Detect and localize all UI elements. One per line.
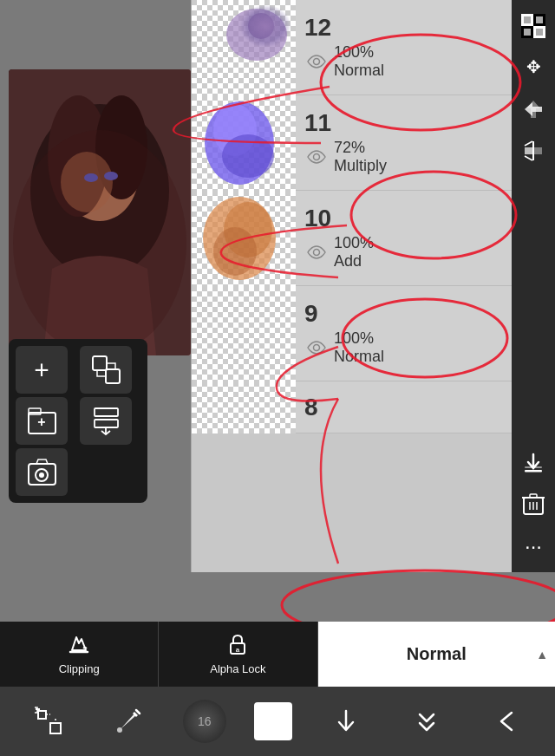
svg-point-25 — [314, 153, 320, 160]
tools-panel: + + — [9, 339, 147, 503]
layer-controls-row: 100% Add — [304, 234, 503, 270]
svg-point-33 — [213, 227, 257, 276]
svg-rect-39 — [192, 286, 296, 381]
flatten-btn[interactable] — [516, 446, 551, 480]
blend-mode-arrow: ▲ — [536, 648, 548, 662]
layer-controls-row: 100% Normal — [304, 329, 503, 366]
svg-rect-58 — [530, 494, 537, 498]
layer-item[interactable]: 10 100% Add — [192, 191, 512, 286]
layer-blend-mode: Normal — [334, 348, 384, 366]
copy-layer-btn[interactable] — [80, 346, 132, 394]
layer-blend-mode: Multiply — [334, 157, 387, 175]
svg-rect-53 — [536, 29, 543, 36]
layer-info: 9 100% Normal — [296, 295, 512, 373]
svg-point-14 — [226, 9, 287, 61]
add-layer-btn[interactable]: + — [16, 346, 68, 394]
svg-point-15 — [248, 13, 274, 39]
layer-visibility-toggle[interactable] — [304, 244, 329, 261]
layer-number: 10 — [304, 206, 503, 231]
svg-rect-52 — [524, 29, 531, 36]
clipping-icon — [68, 633, 90, 661]
move-btn[interactable]: ✥ — [516, 50, 551, 85]
svg-text:a: a — [236, 646, 240, 654]
bottom-bar: Clipping a Alpha Lock Normal ▲ — [0, 622, 555, 687]
nav-double-down-btn[interactable] — [401, 695, 453, 747]
layer-number: 12 — [304, 16, 503, 40]
svg-rect-51 — [536, 16, 543, 23]
layer-info: 11 72% Multiply — [296, 104, 512, 182]
blend-mode-button[interactable]: Normal ▲ — [318, 622, 555, 687]
layer-opacity: 72% — [334, 139, 387, 157]
layer-item[interactable]: 12 100% Normal — [192, 0, 512, 95]
svg-rect-56 — [525, 466, 542, 468]
svg-rect-45 — [192, 381, 296, 433]
svg-rect-59 — [93, 356, 107, 370]
svg-rect-64 — [95, 408, 118, 416]
checkerboard-btn[interactable] — [516, 9, 551, 43]
alpha-lock-label: Alpha Lock — [210, 662, 265, 675]
canvas-area: 12 100% Normal — [0, 0, 555, 676]
layer-thumbnail — [192, 191, 296, 286]
layer-panel: 12 100% Normal — [191, 0, 512, 572]
clipping-button[interactable]: Clipping — [0, 622, 159, 687]
svg-text:✥: ✥ — [526, 57, 541, 76]
more-options-btn[interactable]: ··· — [516, 529, 551, 564]
layer-info: 12 100% Normal — [296, 9, 512, 87]
layer-controls-row: 100% Normal — [304, 43, 503, 80]
blend-mode-label: Normal — [407, 644, 467, 664]
right-toolbar: ✥ — [512, 0, 555, 572]
merge-layers-btn[interactable] — [80, 397, 132, 445]
nav-back-btn[interactable] — [480, 695, 532, 747]
svg-point-8 — [13, 130, 186, 355]
artwork-preview — [9, 69, 191, 355]
snapshot-btn[interactable] — [16, 448, 68, 496]
layer-info: 10 100% Add — [296, 199, 512, 277]
svg-rect-65 — [95, 420, 118, 427]
flip-btn[interactable] — [516, 134, 551, 168]
alpha-lock-button[interactable]: a Alpha Lock — [159, 622, 317, 687]
layer-thumbnail — [192, 286, 296, 381]
svg-point-75 — [117, 727, 122, 733]
color-swatch[interactable] — [254, 702, 292, 740]
svg-rect-50 — [524, 16, 531, 23]
layer-blend-mode: Normal — [334, 62, 384, 80]
layer-visibility-toggle[interactable] — [304, 148, 329, 166]
layer-item[interactable]: 8 — [192, 381, 512, 433]
nav-transform-btn[interactable] — [23, 695, 75, 747]
layer-controls-row: 72% Multiply — [304, 139, 503, 175]
layer-number: 8 — [304, 395, 503, 420]
layer-number: 11 — [304, 111, 503, 135]
layer-opacity: 100% — [334, 234, 374, 252]
alpha-lock-icon: a — [226, 633, 249, 661]
layer-thumbnail — [192, 381, 296, 433]
svg-point-34 — [314, 249, 320, 255]
svg-point-24 — [222, 134, 274, 178]
svg-point-68 — [39, 472, 44, 478]
layer-thumbnail — [192, 0, 296, 95]
svg-point-40 — [314, 344, 320, 350]
svg-point-16 — [314, 58, 320, 64]
transform-btn[interactable] — [516, 92, 551, 127]
layer-opacity: 100% — [334, 329, 384, 348]
layer-number: 9 — [304, 302, 503, 326]
layer-blend-mode: Add — [334, 252, 374, 270]
brush-size-value: 16 — [198, 714, 212, 728]
layer-thumbnail — [192, 95, 296, 191]
layer-item[interactable]: 9 100% Normal — [192, 286, 512, 381]
brush-size-indicator[interactable]: 16 — [183, 700, 226, 743]
svg-rect-60 — [106, 369, 120, 383]
layer-info: 8 — [296, 388, 512, 427]
add-group-btn[interactable]: + — [16, 397, 68, 445]
svg-rect-55 — [525, 470, 542, 472]
layer-item[interactable]: 11 72% Multiply — [192, 95, 512, 191]
bottom-nav: 16 — [0, 687, 555, 756]
layer-visibility-toggle[interactable] — [304, 53, 329, 70]
layer-opacity: 100% — [334, 43, 384, 62]
clipping-label: Clipping — [59, 662, 100, 675]
delete-layer-btn[interactable] — [516, 487, 551, 522]
nav-brush-btn[interactable] — [102, 695, 154, 747]
svg-text:+: + — [37, 414, 45, 429]
nav-down-btn[interactable] — [320, 695, 372, 747]
layer-visibility-toggle[interactable] — [304, 339, 329, 356]
